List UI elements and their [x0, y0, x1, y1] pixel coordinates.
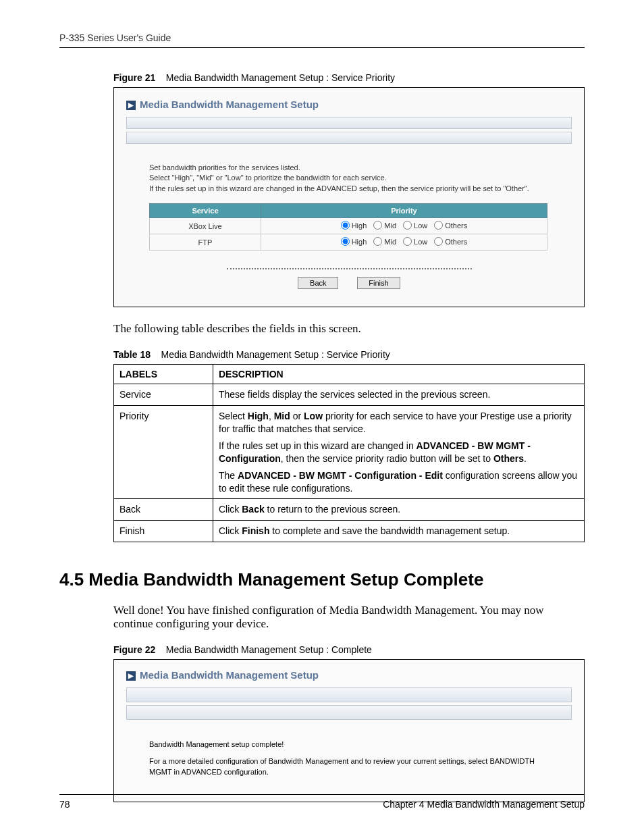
desc-cell: Select High, Mid or Low priority for eac…: [213, 406, 585, 499]
t: Click: [219, 504, 242, 515]
radio-high[interactable]: High: [341, 221, 367, 230]
arrow-icon: ▶: [126, 101, 136, 110]
priority-cell: High Mid Low Others: [261, 218, 547, 234]
t: Back: [242, 504, 264, 515]
figure22-caption: Figure 22 Media Bandwidth Management Set…: [113, 644, 585, 655]
service-cell: FTP: [150, 234, 261, 251]
radio-label: Low: [414, 221, 427, 230]
radio-high[interactable]: High: [341, 237, 367, 246]
finish-button[interactable]: Finish: [357, 277, 400, 289]
section-4-5-heading: 4.5 Media Bandwidth Management Setup Com…: [59, 569, 585, 590]
page-footer: 78 Chapter 4 Media Bandwidth Management …: [59, 794, 585, 810]
desc-cell: These fields display the services select…: [213, 384, 585, 406]
table-row: Back Click Back to return to the previou…: [114, 499, 585, 521]
radio-label: Low: [414, 238, 427, 246]
label-cell: Finish: [114, 521, 213, 542]
radio-mid[interactable]: Mid: [373, 237, 396, 246]
gradient-bar: [126, 117, 572, 129]
radio-label: Mid: [384, 238, 396, 246]
figure21-caption: Figure 21 Media Bandwidth Management Set…: [113, 72, 585, 83]
radio-mid-input[interactable]: [373, 221, 382, 230]
radio-label: Others: [445, 238, 467, 246]
radio-mid-input[interactable]: [373, 237, 382, 246]
table18-caption: Table 18 Media Bandwidth Management Setu…: [113, 349, 585, 360]
complete-detail: For a more detailed configuration of Ban…: [149, 756, 549, 777]
table-row: Service These fields display the service…: [114, 384, 585, 406]
radio-low[interactable]: Low: [403, 237, 427, 246]
page-number: 78: [59, 799, 70, 810]
col-service: Service: [150, 204, 261, 218]
dotted-divider: [227, 268, 472, 269]
table18-label: Table 18: [113, 349, 151, 360]
radio-low[interactable]: Low: [403, 221, 427, 230]
help-line-2: Select "High", "Mid" or "Low" to priorit…: [149, 173, 572, 183]
radio-label: Mid: [384, 221, 396, 230]
desc-cell: Click Finish to complete and save the ba…: [213, 521, 585, 542]
radio-high-input[interactable]: [341, 237, 350, 246]
t: , then the service priority radio button…: [281, 453, 493, 464]
radio-label: High: [352, 238, 367, 246]
figure21-label: Figure 21: [113, 72, 155, 83]
t: to return to the previous screen.: [265, 504, 401, 515]
t: Click: [219, 525, 242, 536]
t: Low: [304, 411, 323, 421]
table-row: Finish Click Finish to complete and save…: [114, 521, 585, 542]
t: .: [524, 453, 527, 464]
help-line-3: If the rules set up in this wizard are c…: [149, 184, 572, 194]
t: or: [290, 411, 304, 421]
table-row: FTP High Mid Low Others: [150, 234, 547, 251]
label-cell: Priority: [114, 406, 213, 499]
head-description: DESCRIPTION: [213, 365, 585, 384]
help-line-1: Set bandwidth priorities for the service…: [149, 163, 572, 173]
gradient-bar: [126, 132, 572, 144]
t: High: [248, 411, 269, 421]
description-table: LABELS DESCRIPTION Service These fields …: [113, 364, 585, 542]
figure22-caption-text: Media Bandwidth Management Setup : Compl…: [166, 644, 372, 655]
t: If the rules set up in this wizard are c…: [219, 440, 417, 451]
service-cell: XBox Live: [150, 218, 261, 234]
head-labels: LABELS: [114, 365, 213, 384]
radio-label: Others: [445, 221, 467, 230]
figure21-caption-text: Media Bandwidth Management Setup : Servi…: [166, 72, 395, 83]
wizard-title-text: Media Bandwidth Management Setup: [140, 669, 319, 681]
t: to complete and save the bandwidth manag…: [269, 525, 510, 536]
t: The: [219, 470, 238, 481]
figure21-screenshot: ▶Media Bandwidth Management Setup Set ba…: [113, 87, 585, 307]
radio-mid[interactable]: Mid: [373, 221, 396, 230]
radio-label: High: [352, 221, 367, 230]
radio-low-input[interactable]: [403, 237, 412, 246]
gradient-bar: [126, 705, 572, 720]
wizard-title-text: Media Bandwidth Management Setup: [140, 99, 319, 110]
t: Select: [219, 411, 248, 421]
desc-cell: Click Back to return to the previous scr…: [213, 499, 585, 521]
t: Others: [493, 453, 524, 464]
figure22-screenshot: ▶Media Bandwidth Management Setup Bandwi…: [113, 659, 585, 802]
table18-caption-text: Media Bandwidth Management Setup : Servi…: [161, 349, 390, 360]
chapter-label: Chapter 4 Media Bandwidth Management Set…: [383, 799, 585, 810]
table-row: XBox Live High Mid Low Others: [150, 218, 547, 234]
t: Finish: [242, 525, 269, 536]
table-row: Priority Select High, Mid or Low priorit…: [114, 406, 585, 499]
label-cell: Service: [114, 384, 213, 406]
label-cell: Back: [114, 499, 213, 521]
radio-high-input[interactable]: [341, 221, 350, 230]
intro-text: The following table describes the fields…: [113, 322, 585, 336]
col-priority: Priority: [261, 204, 547, 218]
t: ,: [269, 411, 274, 421]
wizard-title: ▶Media Bandwidth Management Setup: [126, 99, 572, 110]
arrow-icon: ▶: [126, 671, 136, 681]
t: Mid: [274, 411, 290, 421]
help-text: Set bandwidth priorities for the service…: [149, 163, 572, 194]
radio-others[interactable]: Others: [434, 237, 467, 246]
radio-low-input[interactable]: [403, 221, 412, 230]
gradient-bar: [126, 687, 572, 702]
back-button[interactable]: Back: [298, 277, 338, 289]
radio-others[interactable]: Others: [434, 221, 467, 230]
priority-cell: High Mid Low Others: [261, 234, 547, 251]
radio-others-input[interactable]: [434, 237, 443, 246]
t: ADVANCED - BW MGMT - Configuration - Edi…: [238, 470, 443, 481]
running-header: P-335 Series User's Guide: [59, 32, 585, 48]
radio-others-input[interactable]: [434, 221, 443, 230]
complete-message: Bandwidth Management setup complete!: [149, 740, 572, 748]
section-4-5-body: Well done! You have finished configurati…: [113, 604, 585, 631]
